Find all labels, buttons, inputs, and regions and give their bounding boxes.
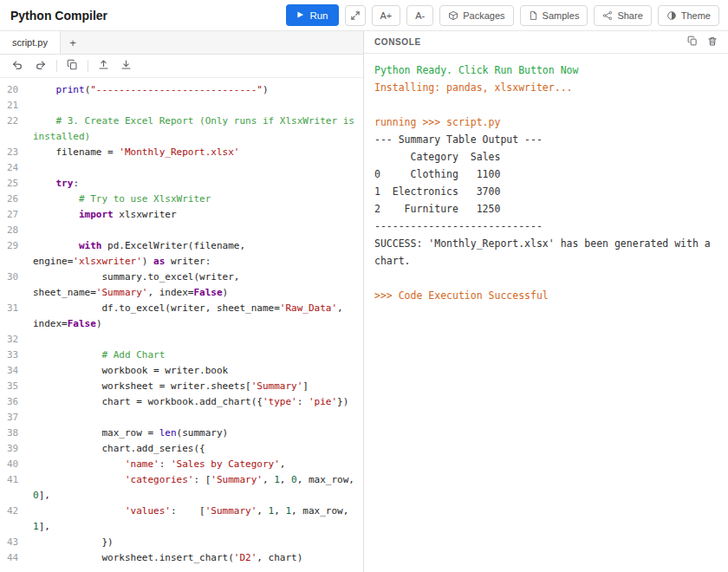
code-line[interactable]: 29 with pd.ExcelWriter(filename, engine=… (0, 238, 363, 270)
line-number: 20 (0, 82, 33, 98)
copy-code-button[interactable] (65, 57, 80, 75)
console-line (374, 270, 723, 287)
code-line[interactable]: 30 summary.to_excel(writer, sheet_name='… (0, 270, 363, 301)
line-number: 28 (0, 223, 33, 238)
code-line[interactable]: 42 'values': ['Summary', 1, 1, max_row, … (0, 504, 363, 535)
code-line[interactable]: 43 }) (0, 535, 363, 550)
clear-console-button[interactable] (707, 36, 718, 49)
share-icon (602, 10, 613, 21)
code-line[interactable]: 28 (0, 223, 363, 238)
line-number: 21 (0, 98, 33, 114)
code-line[interactable]: 24 (0, 160, 363, 176)
line-number: 25 (0, 176, 33, 192)
font-increase-button[interactable]: A+ (372, 5, 401, 26)
console-line: running >>> script.py (374, 114, 723, 131)
code-line[interactable]: 39 chart.add_series({ (0, 441, 363, 457)
undo-button[interactable] (10, 57, 25, 75)
code-line[interactable]: 25 try: (0, 176, 363, 192)
code-line[interactable]: 44 worksheet.insert_chart('D2', chart) (0, 550, 363, 566)
run-button[interactable]: Run (286, 4, 338, 26)
copy-icon (67, 59, 78, 73)
undo-icon (11, 59, 23, 74)
code-line[interactable]: 36 chart = workbook.add_chart({'type': '… (0, 394, 363, 410)
download-icon (120, 59, 132, 73)
line-number: 23 (0, 145, 33, 160)
code-line[interactable]: 33 # Add Chart (0, 348, 363, 363)
editor-toolbar (0, 55, 363, 78)
theme-button[interactable]: Theme (658, 5, 719, 26)
code-line[interactable]: 32 (0, 332, 363, 348)
console-line: --- Summary Table Output --- (374, 131, 723, 148)
share-button[interactable]: Share (594, 5, 651, 26)
toolbar-separator (56, 60, 57, 72)
code-line[interactable]: 31 df.to_excel(writer, sheet_name='Raw_D… (0, 301, 363, 332)
code-line[interactable]: 35 worksheet = writer.sheets['Summary'] (0, 379, 363, 394)
tab-script-py[interactable]: script.py (0, 31, 61, 54)
console-line: 0 Clothing 1100 (374, 166, 723, 183)
code-line[interactable]: 20 print("----------------------------") (0, 82, 363, 98)
header-actions: Run A+ A- Packages Samples Share (286, 4, 719, 26)
tab-bar: script.py + (0, 31, 363, 55)
font-decrease-button[interactable]: A- (406, 5, 433, 26)
copy-output-button[interactable] (687, 36, 698, 49)
code-line[interactable]: 22 # 3. Create Excel Report (Only runs i… (0, 114, 363, 145)
code-line[interactable]: 21 (0, 98, 363, 114)
line-number: 44 (0, 550, 33, 566)
code-lines: 20 print("----------------------------")… (0, 82, 363, 566)
console-line: Python Ready. Click Run Button Now (374, 62, 723, 79)
line-number: 37 (0, 410, 33, 426)
code-line[interactable]: 37 (0, 410, 363, 426)
trash-icon (707, 36, 718, 49)
code-line[interactable]: 40 'name': 'Sales by Category', (0, 457, 363, 472)
line-number: 24 (0, 160, 33, 176)
line-number: 26 (0, 192, 33, 207)
download-button[interactable] (119, 57, 133, 75)
packages-icon (448, 10, 458, 21)
console-output: Python Ready. Click Run Button NowInstal… (364, 54, 728, 572)
fullscreen-icon (350, 10, 361, 21)
console-line: Category Sales (374, 148, 723, 166)
fullscreen-button[interactable] (345, 5, 366, 26)
line-number: 35 (0, 379, 33, 394)
font-increase-label: A+ (380, 10, 393, 21)
code-line[interactable]: 27 import xlsxwriter (0, 207, 363, 223)
packages-button[interactable]: Packages (439, 5, 513, 26)
console-line: ---------------------------- (374, 218, 723, 235)
line-number: 34 (0, 363, 33, 379)
share-label: Share (617, 10, 642, 21)
samples-label: Samples (543, 10, 580, 21)
line-number: 32 (0, 332, 33, 348)
app-header: Python Compiler Run A+ A- Packages Sampl… (0, 0, 728, 31)
line-number: 29 (0, 238, 33, 270)
code-line[interactable]: 23 filename = 'Monthly_Report.xlsx' (0, 145, 363, 160)
code-line[interactable]: 41 'categories': ['Summary', 1, 0, max_r… (0, 472, 363, 504)
code-line[interactable]: 34 workbook = writer.book (0, 363, 363, 379)
packages-label: Packages (463, 10, 504, 21)
document-icon (529, 10, 538, 21)
line-number: 42 (0, 504, 33, 535)
toolbar-separator (88, 60, 88, 72)
add-tab-button[interactable]: + (61, 31, 85, 54)
console-pane: CONSOLE Python Ready. Click Run Button N… (364, 31, 728, 572)
upload-button[interactable] (96, 57, 111, 75)
samples-button[interactable]: Samples (520, 5, 588, 26)
code-editor[interactable]: 20 print("----------------------------")… (0, 78, 363, 572)
theme-label: Theme (681, 10, 711, 21)
play-icon (296, 10, 304, 21)
console-title: CONSOLE (374, 37, 421, 47)
line-number: 30 (0, 270, 33, 301)
console-line (374, 96, 723, 114)
line-number: 31 (0, 301, 33, 332)
console-header: CONSOLE (364, 31, 728, 54)
theme-icon (666, 10, 677, 21)
code-line[interactable]: 38 max_row = len(summary) (0, 426, 363, 441)
line-number: 38 (0, 426, 33, 441)
line-number: 36 (0, 394, 33, 410)
line-number: 27 (0, 207, 33, 223)
redo-button[interactable] (33, 57, 49, 75)
console-actions (687, 36, 718, 49)
code-line[interactable]: 26 # Try to use XlsxWriter (0, 192, 363, 207)
console-line: 2 Furniture 1250 (374, 200, 723, 218)
console-line: Installing: pandas, xlsxwriter... (374, 79, 723, 96)
font-decrease-label: A- (415, 10, 425, 21)
